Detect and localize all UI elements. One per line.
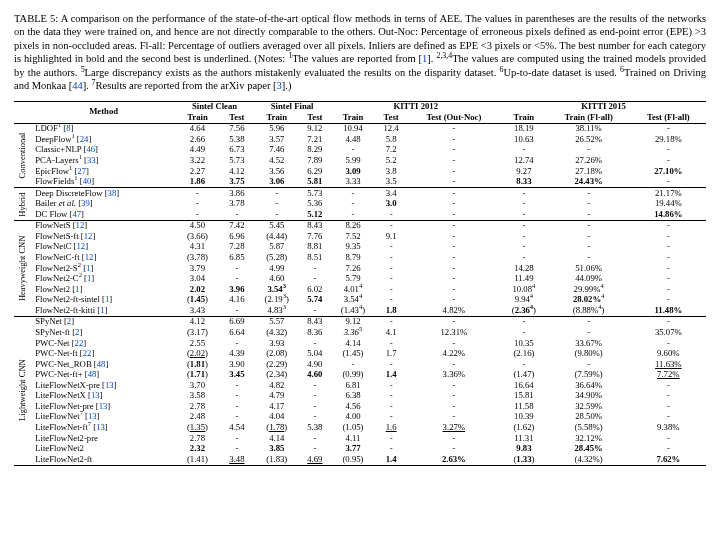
value-cell: 4.14: [254, 433, 299, 444]
value-cell: (1.33): [501, 454, 546, 465]
value-cell: -: [407, 359, 502, 370]
value-cell: 2.66: [175, 134, 220, 145]
value-cell: (2.193): [254, 295, 299, 306]
table-row: HybridDeep DiscreteFlow [38]-3.86-5.73-3…: [14, 188, 706, 199]
value-cell: 4.11: [330, 433, 375, 444]
value-cell: -: [330, 188, 375, 199]
value-cell: 1.4: [376, 370, 407, 381]
table-row: PWC-Net_ROB [48](1.81)3.90(2.29)4.90----…: [14, 359, 706, 370]
value-cell: -: [376, 391, 407, 402]
value-cell: -: [631, 295, 706, 306]
value-cell: -: [299, 444, 330, 455]
value-cell: 3.09: [330, 166, 375, 177]
value-cell: 3.90: [220, 359, 254, 370]
value-cell: 4.82: [254, 380, 299, 391]
value-cell: 4.56: [330, 401, 375, 412]
table-row: Bailer et al. [39]-3.78-5.36-3.0---19.44…: [14, 199, 706, 210]
results-table: Method Sintel Clean Sintel Final KITTI 2…: [14, 101, 706, 466]
value-cell: 1.4: [376, 454, 407, 465]
value-cell: -: [407, 220, 502, 231]
value-cell: 3.43: [175, 305, 220, 316]
value-cell: 11.63%: [631, 359, 706, 370]
value-cell: -: [330, 359, 375, 370]
value-cell: 7.72%: [631, 370, 706, 381]
value-cell: -: [299, 380, 330, 391]
value-cell: 4.79: [254, 391, 299, 402]
value-cell: -: [407, 134, 502, 145]
value-cell: -: [175, 199, 220, 210]
value-cell: -: [220, 338, 254, 349]
table-row: LiteFlowNetX [13]3.58-4.79-6.38--15.8134…: [14, 391, 706, 402]
value-cell: 51.06%: [547, 263, 631, 274]
value-cell: 9.60%: [631, 349, 706, 360]
col-train: Train: [330, 112, 375, 123]
value-cell: -: [631, 242, 706, 253]
value-cell: -: [407, 380, 502, 391]
value-cell: 5.45: [254, 220, 299, 231]
value-cell: -: [376, 253, 407, 264]
table-row: DC Flow [47]---5.12-----14.86%: [14, 209, 706, 220]
value-cell: 7.89: [299, 155, 330, 166]
value-cell: -: [547, 188, 631, 199]
value-cell: 5.99: [330, 155, 375, 166]
value-cell: 8.26: [330, 220, 375, 231]
value-cell: -: [220, 305, 254, 316]
value-cell: 3.33: [330, 177, 375, 188]
value-cell: 2.55: [175, 338, 220, 349]
value-cell: 3.48: [220, 454, 254, 465]
value-cell: -: [501, 209, 546, 220]
value-cell: 3.96: [220, 284, 254, 295]
value-cell: (8.88%4): [547, 305, 631, 316]
value-cell: 2.32: [175, 444, 220, 455]
method-cell: FlowNetC [12]: [32, 242, 175, 253]
value-cell: 7.21: [299, 134, 330, 145]
value-cell: 4.64: [175, 123, 220, 134]
value-cell: 1.86: [175, 177, 220, 188]
value-cell: 35.07%: [631, 327, 706, 338]
col-sintel-final: Sintel Final: [254, 101, 330, 112]
value-cell: 9.83: [501, 444, 546, 455]
value-cell: 3.70: [175, 380, 220, 391]
method-cell: FlowNet2-ft-sintel [1]: [32, 295, 175, 306]
value-cell: 3.56: [254, 166, 299, 177]
value-cell: -: [330, 209, 375, 220]
value-cell: (1.78): [254, 423, 299, 434]
table-row: LiteFlowNet7 [13]2.48-4.04-4.00--10.3928…: [14, 412, 706, 423]
col-train: Train: [254, 112, 299, 123]
method-cell: LiteFlowNetX [13]: [32, 391, 175, 402]
value-cell: (0.95): [330, 454, 375, 465]
value-cell: (2.16): [501, 349, 546, 360]
method-cell: FlowFields1 [40]: [32, 177, 175, 188]
value-cell: -: [407, 242, 502, 253]
value-cell: -: [501, 253, 546, 264]
value-cell: 7.26: [330, 263, 375, 274]
value-cell: 8.33: [501, 177, 546, 188]
value-cell: -: [407, 338, 502, 349]
col-test: Test: [220, 112, 254, 123]
value-cell: 33.67%: [547, 338, 631, 349]
value-cell: 8.43: [299, 316, 330, 327]
value-cell: -: [547, 253, 631, 264]
value-cell: -: [407, 145, 502, 156]
table-row: FlowNetS-ft [12](3.66)6.96(4.44)7.767.52…: [14, 231, 706, 242]
value-cell: (4.32): [254, 327, 299, 338]
value-cell: 38.11%: [547, 123, 631, 134]
value-cell: -: [631, 444, 706, 455]
value-cell: -: [501, 242, 546, 253]
col-outnoc: Test (Out-Noc): [407, 112, 502, 123]
value-cell: 2.78: [175, 401, 220, 412]
value-cell: -: [547, 242, 631, 253]
value-cell: 5.73: [299, 188, 330, 199]
value-cell: 3.86: [220, 188, 254, 199]
group-label: Conventional: [14, 123, 32, 187]
value-cell: -: [547, 209, 631, 220]
value-cell: -: [501, 359, 546, 370]
value-cell: 2.78: [175, 433, 220, 444]
table-row: PWC-Net-ft [22](2.02)4.39(2.08)5.04(1.45…: [14, 349, 706, 360]
value-cell: 3.79: [175, 263, 220, 274]
value-cell: 19.44%: [631, 199, 706, 210]
method-cell: SPyNet-ft [2]: [32, 327, 175, 338]
value-cell: (4.44): [254, 231, 299, 242]
value-cell: 6.38: [330, 391, 375, 402]
value-cell: 28.02%4: [547, 295, 631, 306]
